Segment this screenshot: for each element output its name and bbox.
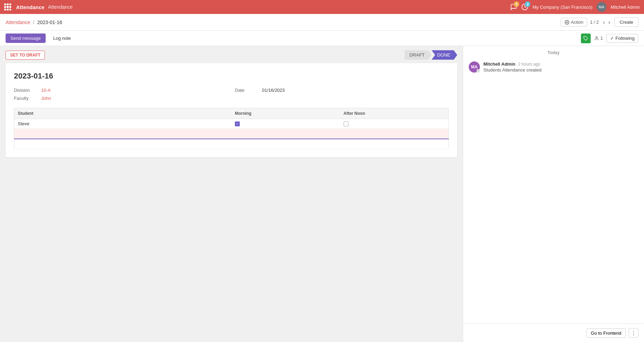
following-button[interactable]: ✓ Following bbox=[606, 34, 638, 43]
company-name: My Company (San Francisco) bbox=[532, 5, 592, 10]
send-message-button[interactable]: Send message bbox=[6, 34, 46, 43]
next-button[interactable]: › bbox=[607, 18, 612, 26]
empty-row-1 bbox=[14, 129, 449, 139]
faculty-label: Faculty bbox=[14, 96, 38, 101]
afternoon-checkbox[interactable] bbox=[344, 121, 348, 126]
today-divider: Today bbox=[463, 46, 644, 58]
user-name[interactable]: Mitchell Admin bbox=[611, 5, 640, 10]
done-step[interactable]: DONE bbox=[431, 50, 457, 60]
main-layout: SET TO DRAFT DRAFT DONE 2023-01-16 Divis… bbox=[0, 46, 644, 342]
chatter-text: Students Attendance created bbox=[483, 67, 638, 73]
grid-icon[interactable] bbox=[4, 3, 13, 10]
followers-count: 1 bbox=[600, 36, 603, 41]
more-options-button[interactable]: ⋮ bbox=[629, 328, 638, 338]
chatter-toolbar: Send message Log note 1 ✓ Following bbox=[0, 31, 644, 46]
col-afternoon: After Noon bbox=[340, 108, 449, 119]
form-area: SET TO DRAFT DRAFT DONE 2023-01-16 Divis… bbox=[0, 46, 463, 342]
morning-checkbox[interactable] bbox=[235, 121, 240, 126]
tag-button[interactable] bbox=[581, 34, 591, 43]
draft-step[interactable]: DRAFT bbox=[405, 50, 431, 60]
col-morning: Morning bbox=[231, 108, 340, 119]
action-label: Action bbox=[571, 20, 583, 25]
app-name[interactable]: Attendance bbox=[16, 4, 45, 10]
topnav-breadcrumb[interactable]: Attendance bbox=[48, 4, 73, 10]
nav-arrows: ‹ › bbox=[601, 18, 612, 26]
person-icon bbox=[594, 36, 599, 41]
clock-icon-btn[interactable]: 2 bbox=[521, 3, 528, 10]
gear-icon bbox=[565, 20, 569, 25]
chatter-author[interactable]: Mitchell Admin bbox=[483, 61, 515, 67]
checkmark-icon: ✓ bbox=[610, 36, 614, 41]
student-cell: Steve bbox=[14, 119, 232, 129]
morning-cell[interactable] bbox=[231, 119, 340, 129]
division-field: Division 10-A bbox=[14, 88, 228, 93]
chatter-area: Today MA Mitchell Admin 2 hours ago Stud… bbox=[463, 46, 644, 342]
svg-point-1 bbox=[566, 22, 568, 23]
log-note-button[interactable]: Log note bbox=[48, 34, 76, 43]
status-indicator bbox=[476, 69, 480, 73]
table-header-row: Student Morning After Noon bbox=[14, 108, 449, 119]
chatter-time: 2 hours ago bbox=[518, 62, 540, 67]
user-initials: MA bbox=[599, 5, 605, 9]
prev-button[interactable]: ‹ bbox=[601, 18, 606, 26]
followers-button[interactable]: 1 bbox=[594, 36, 603, 41]
chatter-avatar-initials: MA bbox=[471, 65, 478, 69]
set-to-draft-button[interactable]: SET TO DRAFT bbox=[6, 51, 45, 60]
user-avatar[interactable]: MA bbox=[597, 2, 606, 12]
breadcrumb-bar: Attendance / 2023-01-16 Action 1 / 2 ‹ ›… bbox=[0, 14, 644, 31]
tag-icon bbox=[583, 36, 588, 41]
nav-count: 1 / 2 bbox=[590, 20, 599, 25]
chatter-message: MA Mitchell Admin 2 hours ago Students A… bbox=[463, 58, 644, 76]
faculty-field: Faculty John bbox=[14, 96, 228, 101]
faculty-value[interactable]: John bbox=[41, 96, 51, 101]
form-title: 2023-01-16 bbox=[14, 72, 449, 81]
top-navigation: Attendance Attendance 5 2 My Company (Sa… bbox=[0, 0, 644, 14]
messages-badge: 5 bbox=[514, 1, 519, 7]
chatter-footer: Go to Frontend ⋮ bbox=[463, 324, 644, 342]
ellipsis-icon: ⋮ bbox=[631, 330, 636, 336]
empty-row-2 bbox=[14, 139, 449, 149]
chatter-avatar: MA bbox=[469, 61, 480, 73]
status-bar: SET TO DRAFT DRAFT DONE bbox=[6, 50, 457, 60]
division-label: Division bbox=[14, 88, 38, 93]
breadcrumb-parent[interactable]: Attendance bbox=[6, 20, 30, 25]
clock-badge: 2 bbox=[525, 1, 530, 7]
col-student: Student bbox=[14, 108, 232, 119]
breadcrumb-current: 2023-01-16 bbox=[37, 20, 62, 25]
date-field: Date 01/16/2023 bbox=[235, 88, 449, 93]
form-fields: Division 10-A Date 01/16/2023 Faculty Jo… bbox=[14, 88, 449, 101]
go-to-frontend-button[interactable]: Go to Frontend bbox=[586, 328, 626, 338]
create-button[interactable]: Create bbox=[614, 17, 638, 27]
form-card: 2023-01-16 Division 10-A Date 01/16/2023… bbox=[6, 63, 457, 157]
status-dot bbox=[477, 70, 479, 72]
action-button[interactable]: Action bbox=[561, 18, 587, 27]
date-label: Date bbox=[235, 88, 259, 93]
status-steps: DRAFT DONE bbox=[405, 50, 457, 60]
breadcrumb-separator: / bbox=[33, 20, 34, 25]
date-value: 01/16/2023 bbox=[262, 88, 285, 93]
afternoon-cell[interactable] bbox=[340, 119, 449, 129]
attendance-table: Student Morning After Noon Steve bbox=[14, 108, 449, 149]
chatter-header: Mitchell Admin 2 hours ago bbox=[483, 61, 638, 67]
messages-icon-btn[interactable]: 5 bbox=[510, 3, 517, 10]
table-row: Steve bbox=[14, 119, 449, 129]
chatter-content: Mitchell Admin 2 hours ago Students Atte… bbox=[483, 61, 638, 73]
division-value[interactable]: 10-A bbox=[41, 88, 51, 93]
svg-point-3 bbox=[596, 36, 598, 38]
following-label: Following bbox=[615, 36, 635, 41]
